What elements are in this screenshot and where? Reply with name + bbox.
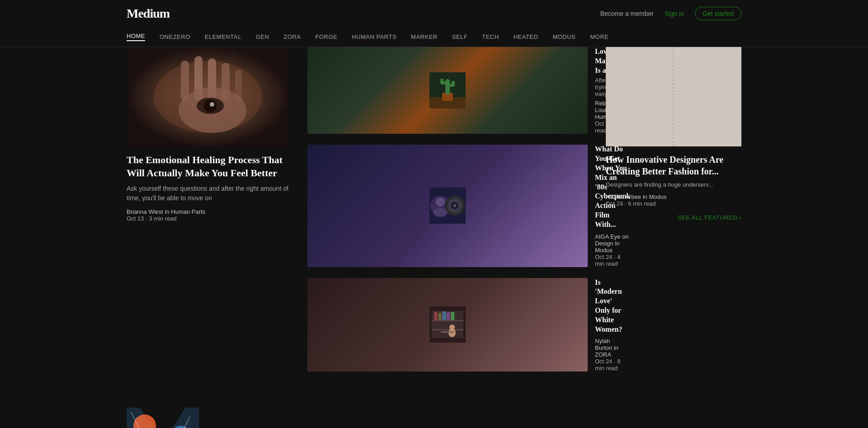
svg-rect-38 bbox=[441, 331, 454, 333]
sign-in-link[interactable]: Sign in bbox=[665, 10, 684, 17]
middle-article-cyberpunk: What Do You Get When You Mix an '80s Cyb… bbox=[307, 145, 588, 267]
see-all-featured-container: SEE ALL FEATURED › bbox=[606, 214, 741, 221]
nav-item-heated[interactable]: HEATED bbox=[514, 33, 538, 40]
svg-rect-35 bbox=[451, 312, 454, 320]
svg-point-22 bbox=[433, 208, 448, 217]
featured-right-image bbox=[606, 47, 741, 146]
nav-item-onezero[interactable]: ONEZERO bbox=[160, 33, 190, 40]
article-thumbnail-cyberpunk bbox=[307, 145, 588, 267]
main-content: The Emotional Healing Process That Will … bbox=[0, 47, 868, 372]
svg-rect-33 bbox=[442, 311, 446, 320]
featured-left-excerpt: Ask yourself these questions and after t… bbox=[127, 184, 289, 203]
nav-item-marker[interactable]: MARKER bbox=[411, 33, 438, 40]
middle-article-low-maintenance: Low-Maintenance Is a Lie After years of … bbox=[307, 47, 588, 134]
middle-column: Low-Maintenance Is a Lie After years of … bbox=[307, 47, 588, 372]
nav-item-home[interactable]: HOME bbox=[127, 33, 145, 41]
svg-point-10 bbox=[210, 102, 214, 107]
svg-rect-32 bbox=[439, 313, 441, 320]
svg-rect-29 bbox=[432, 320, 463, 321]
newsletter-section: Never miss a story Sign up for Medium's … bbox=[0, 381, 868, 428]
newsletter-graphic bbox=[127, 408, 217, 428]
featured-right-title[interactable]: How Innovative Designers Are Creating Be… bbox=[606, 154, 741, 177]
featured-right-read-time: 6 min read bbox=[628, 200, 656, 207]
svg-rect-34 bbox=[447, 312, 450, 320]
svg-rect-31 bbox=[434, 312, 438, 320]
header: Medium Become a member Sign in Get start… bbox=[0, 0, 868, 27]
nav-item-modus[interactable]: MODUS bbox=[552, 33, 576, 40]
nav-item-forge[interactable]: FORGE bbox=[315, 33, 337, 40]
svg-rect-30 bbox=[432, 329, 463, 330]
nav-item-zora[interactable]: ZORA bbox=[283, 33, 301, 40]
svg-point-21 bbox=[436, 198, 445, 207]
svg-point-26 bbox=[453, 204, 456, 207]
featured-left-image bbox=[127, 47, 289, 146]
nav-item-human-parts[interactable]: HUMAN PARTS bbox=[352, 33, 396, 40]
featured-right-meta: Nazlee Arbee in Modus Oct 24 · 6 min rea… bbox=[606, 193, 741, 207]
svg-rect-16 bbox=[440, 79, 443, 84]
get-started-button[interactable]: Get started bbox=[695, 7, 741, 20]
svg-rect-18 bbox=[452, 81, 455, 86]
article-thumbnail-modern-love bbox=[307, 278, 588, 372]
featured-left-author[interactable]: Brianna Wiest in Human Parts bbox=[127, 208, 205, 215]
middle-article-modern-love: Is 'Modern Love' Only for White Women? N… bbox=[307, 278, 588, 372]
nav-item-self[interactable]: SELF bbox=[452, 33, 468, 40]
featured-right-excerpt: Designers are finding a huge underserv..… bbox=[606, 181, 741, 189]
featured-left-date: Oct 13 bbox=[127, 215, 144, 222]
nav-item-elemental[interactable]: ELEMENTAL bbox=[205, 33, 241, 40]
featured-article-left: The Emotional Healing Process That Will … bbox=[127, 47, 289, 372]
header-right: Become a member Sign in Get started bbox=[600, 7, 741, 20]
featured-left-title[interactable]: The Emotional Healing Process That Will … bbox=[127, 154, 289, 179]
nav-item-gen[interactable]: GEN bbox=[256, 33, 269, 40]
logo: Medium bbox=[127, 6, 170, 21]
see-all-featured-link[interactable]: SEE ALL FEATURED › bbox=[678, 214, 741, 221]
nav-item-more[interactable]: MORE bbox=[590, 33, 609, 40]
featured-left-read-time: 3 min read bbox=[149, 215, 176, 222]
svg-point-37 bbox=[449, 325, 455, 330]
featured-right-author[interactable]: Nazlee Arbee in Modus bbox=[606, 193, 666, 200]
featured-left-meta: Brianna Wiest in Human Parts Oct 13 · 3 … bbox=[127, 208, 289, 222]
become-member-text: Become a member bbox=[600, 10, 654, 17]
featured-article-right: How Innovative Designers Are Creating Be… bbox=[606, 47, 741, 372]
article-thumbnail-cactus bbox=[307, 47, 588, 134]
svg-rect-14 bbox=[445, 79, 450, 95]
nav-item-tech[interactable]: TECH bbox=[482, 33, 499, 40]
navigation: HOME ONEZERO ELEMENTAL GEN ZORA FORGE HU… bbox=[0, 27, 868, 47]
featured-right-date: Oct 24 bbox=[606, 200, 623, 207]
